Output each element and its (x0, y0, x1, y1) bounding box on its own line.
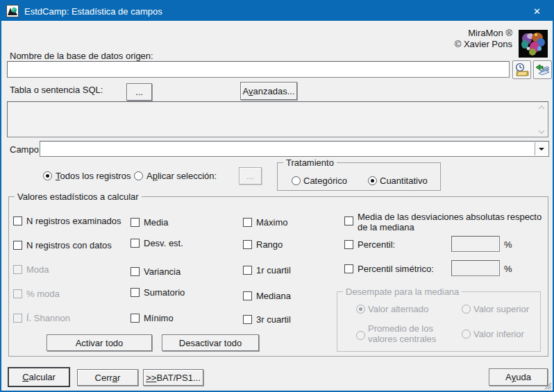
chevron-down-icon (539, 148, 544, 151)
radio-apply-selection[interactable] (134, 171, 143, 180)
radio-valor-inferior (462, 330, 471, 339)
radio-valor-alternado-label: Valor alternado (368, 304, 428, 314)
checkbox-percentil[interactable]: Percentil: (344, 240, 395, 250)
sql-label: Tabla o sentencia SQL: (10, 85, 103, 95)
branding: MiraMon ® © Xavier Pons (455, 28, 512, 50)
checkbox-mediana[interactable]: Mediana (243, 291, 291, 301)
radio-valor-alternado (356, 305, 365, 314)
checkbox-box (13, 241, 22, 250)
close-button[interactable]: Cerrar (77, 369, 138, 386)
app-icon (6, 5, 19, 17)
source-db-input[interactable] (7, 61, 510, 78)
scroll-down-icon (537, 129, 546, 135)
checkbox-variancia[interactable]: Variancia (131, 267, 181, 277)
branding-copyright: © Xavier Pons (455, 39, 512, 50)
help-button[interactable]: Ayuda (489, 368, 548, 386)
window-title: EstdCamp: Estadística de campos (24, 6, 162, 17)
checkbox-box (131, 239, 140, 248)
percentil-unit: % (504, 239, 512, 250)
selection-browse-button: ... (239, 167, 262, 185)
checkbox-rango[interactable]: Rango (243, 240, 283, 250)
percentil-simetrico-input (451, 260, 500, 276)
percentil-simetrico-unit: % (504, 264, 512, 274)
checkbox-moda: Moda (13, 265, 49, 275)
source-db-label: Nombre de la base de datos origen: (10, 51, 153, 61)
checkbox-box (243, 266, 252, 275)
radio-all-records-label[interactable]: Todos los registros (56, 171, 131, 181)
recent-files-button[interactable] (512, 60, 531, 79)
close-icon[interactable]: ✕ (521, 1, 553, 21)
radio-all-records[interactable] (43, 171, 52, 180)
checkbox-box (13, 265, 22, 274)
checkbox-shannon: Í. Shannon (13, 314, 70, 323)
radio-promedio-centrales-label: Promedio de los valores centrales (368, 323, 453, 344)
checkbox-media[interactable]: Media (131, 218, 168, 228)
field-label: Campo: (10, 144, 42, 155)
folder-clock-icon (514, 62, 529, 77)
checkbox-box (243, 240, 252, 249)
checkbox-mad[interactable]: Media de las desviaciones absolutas resp… (344, 212, 543, 232)
sql-content-area (7, 101, 548, 137)
checkbox-box (13, 314, 22, 323)
checkbox-3r-cuartil[interactable]: 3r cuartil (243, 315, 291, 325)
stats-group-title: Valores estadísticos a calcular (15, 191, 142, 202)
radio-valor-inferior-label: Valor inferior (473, 329, 524, 339)
tiebreak-group: Desempate para la mediana Valor alternad… (337, 291, 541, 352)
radio-promedio-centrales (356, 331, 365, 340)
treatment-group: Tratamiento Categórico Cuantitativo (277, 162, 441, 191)
checkbox-box (131, 218, 140, 227)
checkbox-box (243, 218, 252, 227)
checkbox-box (344, 240, 353, 249)
checkbox-box (243, 315, 252, 324)
deactivate-all-button[interactable]: Desactivar todo (162, 334, 259, 351)
resize-grip[interactable] (542, 380, 551, 389)
sql-browse-button[interactable]: ... (126, 83, 152, 101)
treatment-group-title: Tratamiento (283, 157, 337, 168)
checkbox-box (344, 216, 353, 225)
checkbox-1r-cuartil[interactable]: 1r cuartil (243, 266, 291, 275)
bat-ps1-button[interactable]: >>BAT/PS1... (143, 369, 203, 386)
checkbox-minimo[interactable]: Mínimo (131, 314, 174, 323)
field-dropdown-button[interactable] (535, 142, 548, 155)
checkbox-box (13, 289, 22, 298)
radio-apply-selection-label[interactable]: Aplicar selección: (146, 171, 217, 181)
radio-quantitative[interactable] (368, 176, 377, 185)
layers-button[interactable] (533, 60, 552, 79)
checkbox-box (131, 267, 140, 276)
checkbox-desv-est[interactable]: Desv. est. (131, 239, 183, 248)
checkbox-n-registros-con-datos[interactable]: N registros con datos (13, 241, 112, 250)
branding-product: MiraMon ® (455, 28, 512, 39)
radio-valor-superior-label: Valor superior (473, 304, 529, 314)
title-bar[interactable]: EstdCamp: Estadística de campos ✕ (1, 1, 553, 21)
miramon-logo (519, 30, 548, 58)
field-combobox[interactable] (40, 141, 549, 157)
radio-categorical[interactable] (292, 176, 301, 185)
checkbox-box (344, 264, 353, 273)
checkbox-box (131, 314, 140, 323)
checkbox-percentil-simetrico[interactable]: Percentil simétrico: (344, 264, 434, 274)
checkbox-box (243, 291, 252, 300)
checkbox-maximo[interactable]: Máximo (243, 218, 288, 228)
checkbox-sumatorio[interactable]: Sumatorio (131, 288, 185, 298)
advanced-button[interactable]: Avanzadas... (240, 82, 297, 100)
radio-categorical-label[interactable]: Categórico (303, 176, 347, 186)
tiebreak-group-title: Desempate para la mediana (343, 287, 462, 297)
scroll-up-icon (537, 105, 546, 110)
percentil-input (451, 236, 500, 252)
calculate-button[interactable]: Calcular (8, 368, 69, 386)
checkbox-pct-moda: % moda (13, 289, 60, 299)
activate-all-button[interactable]: Activar todo (47, 334, 152, 351)
layers-arrow-icon (535, 62, 550, 77)
checkbox-n-registros-examinados[interactable]: N registros examinados (13, 216, 121, 226)
radio-quantitative-label[interactable]: Cuantitativo (380, 176, 428, 186)
checkbox-box (13, 216, 22, 225)
radio-valor-superior (462, 305, 471, 314)
checkbox-box (131, 288, 140, 297)
dialog-estdcamp: EstdCamp: Estadística de campos ✕ MiraMo… (0, 0, 554, 392)
